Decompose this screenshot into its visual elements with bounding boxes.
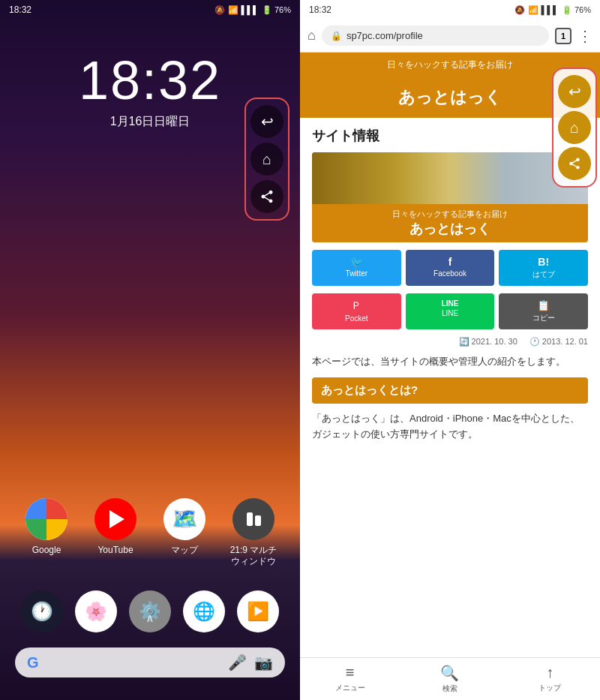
status-time-right: 18:32 bbox=[309, 5, 332, 15]
signal-icon: ▌▌▌ bbox=[242, 5, 259, 14]
copy-label: コピー bbox=[532, 313, 555, 323]
line-icon: LINE bbox=[442, 299, 459, 308]
multiwindow-label: 21:9 マルチウィンドウ bbox=[230, 545, 278, 568]
youtube-icon bbox=[94, 498, 136, 540]
google-g-logo: G bbox=[27, 654, 39, 671]
hatena-button[interactable]: B! はてブ bbox=[499, 250, 588, 286]
lock-icon: 🔒 bbox=[331, 31, 342, 41]
pocket-icon: Ｐ bbox=[351, 299, 362, 313]
floating-buttons-left: ↩ ⌂ bbox=[244, 98, 290, 221]
google-icon bbox=[26, 498, 68, 540]
search-icon: 🔍 bbox=[440, 664, 459, 682]
back-button-left[interactable]: ↩ bbox=[250, 105, 284, 138]
copy-icon: 📋 bbox=[537, 299, 550, 311]
youtube-label: YouTube bbox=[98, 545, 133, 557]
home-button-right[interactable]: ⌂ bbox=[558, 111, 591, 144]
camera-search-icon[interactable]: 📷 bbox=[254, 653, 273, 671]
hatena-label: はてブ bbox=[532, 269, 555, 280]
share-button-left[interactable] bbox=[250, 180, 284, 213]
line-button[interactable]: LINE LINE bbox=[406, 293, 495, 329]
site-image-overlay: 日々をハックする記事をお届け あっとはっく bbox=[312, 204, 588, 242]
wifi-icon: 📶 bbox=[228, 5, 238, 15]
app-grid: Google YouTube 🗺️ マップ bbox=[0, 498, 300, 568]
photos-app-icon[interactable]: 🌸 bbox=[75, 590, 117, 632]
status-bar-right: 18:32 🔕 📶 ▌▌▌ 🔋 76% bbox=[300, 0, 600, 20]
signal-icon-r: ▌▌▌ bbox=[542, 5, 559, 14]
site-image-subtitle: 日々をハックする記事をお届け bbox=[316, 209, 584, 220]
url-input[interactable]: 🔒 sp7pc.com/profile bbox=[322, 26, 549, 46]
bottom-nav: ≡ メニュー 🔍 検索 ↑ トップ bbox=[300, 657, 600, 700]
status-time-left: 18:32 bbox=[9, 5, 32, 15]
floating-buttons-right: ↩ ⌂ bbox=[552, 68, 597, 188]
app-google[interactable]: Google bbox=[20, 498, 74, 568]
site-image: 日々をハックする記事をお届け あっとはっく bbox=[312, 152, 588, 242]
search-bar-left[interactable]: G 🎤 📷 bbox=[15, 647, 285, 677]
hatena-icon: B! bbox=[538, 256, 549, 268]
home-button-left[interactable]: ⌂ bbox=[250, 143, 284, 176]
microphone-icon[interactable]: 🎤 bbox=[228, 653, 247, 671]
chrome-app-icon[interactable]: 🌐 bbox=[183, 590, 225, 632]
browser-panel: 18:32 🔕 📶 ▌▌▌ 🔋 76% ⌂ 🔒 sp7pc.com/profil… bbox=[300, 0, 600, 700]
top-icon: ↑ bbox=[546, 664, 554, 681]
twitter-button[interactable]: 🐦 Twitter bbox=[312, 250, 401, 286]
pocket-button[interactable]: Ｐ Pocket bbox=[312, 293, 401, 329]
menu-label: メニュー bbox=[335, 683, 365, 693]
line-label: LINE bbox=[442, 309, 458, 317]
search-label: 検索 bbox=[442, 683, 458, 694]
nav-top[interactable]: ↑ トップ bbox=[500, 664, 600, 694]
twitter-label: Twitter bbox=[346, 269, 368, 278]
site-info-heading: サイト情報 bbox=[312, 127, 588, 145]
article-text: 本ページでは、当サイトの概要や管理人の紹介をします。 bbox=[312, 354, 588, 370]
url-text: sp7pc.com/profile bbox=[346, 30, 423, 41]
created-date: 🕐 2013. 12. 01 bbox=[530, 337, 588, 347]
article-text-2: 「あっとはっく」は、Android・iPhone・Macを中心とした、ガジェット… bbox=[312, 411, 588, 443]
tab-count[interactable]: 1 bbox=[555, 28, 572, 44]
facebook-label: Facebook bbox=[434, 269, 466, 278]
status-bar-left: 18:32 🔕 📶 ▌▌▌ 🔋 76% bbox=[0, 0, 300, 20]
status-icons-right: 🔕 📶 ▌▌▌ 🔋 76% bbox=[514, 5, 591, 15]
section-heading: あっとはっくとは? bbox=[312, 377, 588, 404]
silent-icon-r: 🔕 bbox=[514, 5, 525, 15]
pocket-label: Pocket bbox=[345, 314, 368, 323]
swipe-indicator: ∧ bbox=[146, 611, 154, 625]
nav-menu[interactable]: ≡ メニュー bbox=[300, 664, 400, 694]
battery-icon-r: 🔋 76% bbox=[562, 5, 591, 15]
facebook-button[interactable]: f Facebook bbox=[406, 250, 495, 286]
multiwindow-icon bbox=[232, 498, 274, 540]
nav-search[interactable]: 🔍 検索 bbox=[400, 664, 500, 694]
app-youtube[interactable]: YouTube bbox=[88, 498, 142, 568]
maps-icon: 🗺️ bbox=[164, 498, 206, 540]
date-row: 🔄 2021. 10. 30 🕐 2013. 12. 01 bbox=[312, 337, 588, 347]
status-icons-left: 🔕 📶 ▌▌▌ 🔋 76% bbox=[214, 5, 291, 15]
browser-home-button[interactable]: ⌂ bbox=[308, 28, 316, 44]
app-multiwindow[interactable]: 21:9 マルチウィンドウ bbox=[226, 498, 280, 568]
browser-menu-button[interactable]: ⋮ bbox=[578, 27, 592, 45]
menu-icon: ≡ bbox=[346, 664, 355, 681]
share-button-right[interactable] bbox=[558, 147, 591, 180]
clock-app-icon[interactable]: 🕐 bbox=[21, 590, 63, 632]
app-maps[interactable]: 🗺️ マップ bbox=[158, 498, 212, 568]
yt-play-icon bbox=[110, 510, 124, 528]
updated-date: 🔄 2021. 10. 30 bbox=[459, 337, 518, 347]
facebook-icon: f bbox=[448, 256, 452, 268]
twitter-icon: 🐦 bbox=[350, 256, 363, 268]
google-label: Google bbox=[32, 545, 62, 557]
wifi-icon-r: 📶 bbox=[528, 5, 538, 15]
top-label: トップ bbox=[538, 683, 561, 693]
copy-button[interactable]: 📋 コピー bbox=[499, 293, 588, 329]
multiwindow-symbol bbox=[247, 512, 261, 526]
maps-label: マップ bbox=[171, 545, 198, 557]
back-button-right[interactable]: ↩ bbox=[558, 75, 591, 108]
silent-icon: 🔕 bbox=[214, 5, 225, 15]
home-screen: 18:32 🔕 📶 ▌▌▌ 🔋 76% 18:32 1月16日日曜日 ↩ ⌂ ∧ bbox=[0, 0, 300, 700]
browser-address-bar: ⌂ 🔒 sp7pc.com/profile 1 ⋮ bbox=[300, 20, 600, 53]
play-app-icon[interactable]: ▶️ bbox=[237, 590, 279, 632]
battery-icon: 🔋 76% bbox=[262, 5, 291, 15]
site-image-title: あっとはっく bbox=[316, 220, 584, 238]
social-buttons-row2: Ｐ Pocket LINE LINE 📋 コピー bbox=[312, 293, 588, 329]
social-buttons-row1: 🐦 Twitter f Facebook B! はてブ bbox=[312, 250, 588, 286]
